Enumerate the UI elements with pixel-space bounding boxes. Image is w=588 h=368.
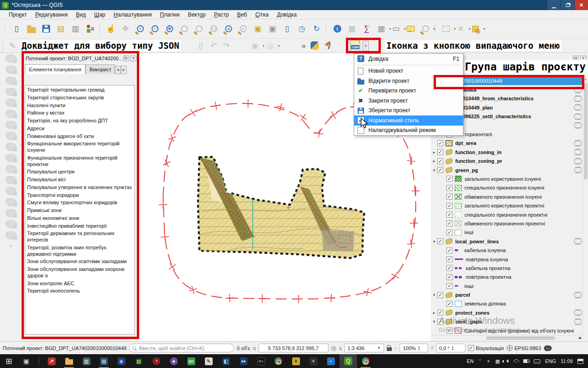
list-item[interactable]: Зони контролю АЕС	[26, 280, 134, 288]
system-monitor-icon[interactable]: ▤	[95, 354, 113, 368]
menu-item-Нормативний стиль[interactable]: Нормативний стиль	[354, 115, 463, 126]
run-feature-action-icon[interactable]: ▦	[345, 23, 358, 35]
open-project-icon[interactable]	[25, 23, 38, 35]
new-project-icon[interactable]: ▯	[10, 23, 23, 35]
zoom-out-icon[interactable]: −	[148, 23, 161, 35]
redo-icon[interactable]: ↷	[220, 40, 232, 52]
layers-horizontal-scrollbar[interactable]: ▶	[431, 335, 582, 340]
zoom-in-icon[interactable]: +	[134, 23, 147, 35]
new-print-layout-icon[interactable]: ▤	[54, 23, 67, 35]
magnifier-spinbox[interactable]: 100%▲▼	[400, 344, 428, 352]
deselect-features-icon[interactable]: ▾	[469, 23, 482, 35]
layer-row[interactable]: земельна ділянка	[431, 299, 582, 308]
digitize-shape-icon[interactable]: ◎▾	[265, 40, 277, 52]
bookmark-manager-icon[interactable]: ▯	[281, 23, 294, 35]
layer-row[interactable]: ▾green_pg	[431, 166, 582, 174]
expand-icon[interactable]: ▸	[431, 310, 437, 315]
select-features-icon[interactable]: ▾	[440, 23, 452, 35]
layer-row[interactable]: dpt_area	[431, 139, 582, 148]
chrome-icon[interactable]	[270, 354, 287, 368]
list-item[interactable]: Інвестиційно привабливі території	[26, 223, 134, 230]
paste-features-icon[interactable]: ▯	[195, 40, 207, 52]
irfanview-icon[interactable]: ↗	[43, 354, 60, 368]
memory-layer-indicator-icon[interactable]	[574, 239, 582, 244]
expand-icon[interactable]: ▸	[431, 150, 437, 155]
list-item[interactable]: Територія, на яку розроблено ДПТ	[26, 117, 134, 125]
list-item[interactable]: Адреси	[26, 125, 134, 133]
rotate-feature-icon[interactable]	[6, 77, 17, 85]
collapse-icon[interactable]: ▾	[431, 293, 437, 297]
style-manager-icon[interactable]: a	[84, 23, 96, 35]
layer-row[interactable]: повітряна існуюча	[431, 255, 582, 264]
statistics-icon[interactable]: ∑	[360, 23, 373, 35]
crs-status-button[interactable]: EPSG:9863	[507, 345, 541, 351]
wifi-icon[interactable]	[513, 359, 519, 363]
memory-layer-indicator-icon[interactable]	[574, 310, 582, 315]
list-item[interactable]: Території старостинських округів	[26, 94, 134, 102]
map-tips-icon[interactable]	[404, 23, 417, 35]
copy-move-feature-icon[interactable]	[6, 88, 17, 96]
fill-ring-icon[interactable]	[6, 132, 17, 140]
vertex-tool-icon[interactable]	[6, 231, 17, 239]
layer-checkbox[interactable]	[437, 310, 443, 316]
menu-Редагування[interactable]: Редагування	[31, 11, 72, 19]
layers-vertical-scrollbar[interactable]: ▲	[582, 76, 588, 335]
remote-desktop-icon[interactable]: ▥	[78, 354, 95, 368]
toggle-editing-icon[interactable]: ✎▾	[6, 40, 18, 52]
xad-icon[interactable]: X	[287, 354, 305, 368]
layer-row[interactable]: кабельна проектна	[431, 264, 582, 272]
symbology-checkbox[interactable]	[447, 274, 452, 280]
reshape-features-icon[interactable]	[6, 165, 17, 173]
touch-keyboard-icon[interactable]	[534, 359, 540, 363]
list-item[interactable]: Функціональне призначення територій прое…	[26, 155, 134, 169]
notepadpp-icon[interactable]: ✎	[200, 354, 217, 368]
map-app-icon[interactable]: ▨	[130, 354, 147, 368]
dock-float-icon[interactable]	[123, 56, 129, 61]
restore-button[interactable]	[560, 0, 574, 10]
save-project-icon[interactable]	[40, 23, 52, 35]
lizard-app-icon[interactable]: ✦	[305, 354, 322, 368]
menu-Вид[interactable]: Вид	[72, 11, 90, 19]
layer-checkbox[interactable]	[437, 158, 443, 164]
attribute-table-icon[interactable]: ▦▾	[375, 23, 388, 35]
cmd-icon[interactable]: C:\	[252, 354, 270, 368]
collapse-icon[interactable]: ▾	[431, 319, 437, 324]
layer-row[interactable]: загального користування проектні	[431, 201, 582, 210]
tray-clock[interactable]: 11:09	[560, 358, 573, 364]
pan-to-selection-icon[interactable]: ✥	[119, 23, 132, 35]
clock-app-icon[interactable]: ◔	[147, 354, 165, 368]
tab-scroll-left-icon[interactable]: ◀	[115, 66, 121, 74]
qc-app-icon[interactable]: QC	[182, 354, 200, 368]
door-app-icon[interactable]: ◧	[217, 354, 235, 368]
symbology-checkbox[interactable]	[447, 176, 452, 182]
layer-row[interactable]: ▸protect_zones	[431, 308, 582, 317]
menu-item-Новий проект[interactable]: Новий проект	[354, 66, 463, 76]
zoom-to-selection-icon[interactable]	[178, 23, 191, 35]
close-button[interactable]: ✕	[574, 0, 588, 10]
simplify-feature-icon[interactable]	[6, 99, 17, 107]
offset-curve-icon[interactable]	[6, 176, 17, 184]
list-item[interactable]: Приміські зони	[26, 207, 134, 215]
symbology-checkbox[interactable]	[447, 220, 452, 226]
layer-row[interactable]: ▾sanit_gaps	[431, 317, 582, 326]
json-type-widget-button[interactable]: ▾	[349, 40, 361, 52]
zoom-last-icon[interactable]: ◂	[222, 23, 235, 35]
menu-Шар[interactable]: Шар	[90, 11, 109, 19]
layer-checkbox[interactable]	[437, 238, 443, 244]
memory-layer-indicator-icon[interactable]	[574, 159, 582, 164]
chrome2-icon[interactable]	[357, 354, 374, 368]
delete-ring-icon[interactable]	[6, 143, 17, 151]
menu-Довідка[interactable]: Довідка	[273, 11, 301, 19]
pan-map-icon[interactable]: ☝	[104, 23, 117, 35]
layer-row[interactable]: ▸function_zoning_in	[431, 148, 582, 156]
start-button[interactable]: ⊞	[0, 354, 17, 368]
split-features-icon[interactable]	[6, 187, 17, 195]
tab-usage[interactable]: Використ	[85, 64, 115, 74]
memory-layer-indicator-icon[interactable]	[574, 167, 582, 172]
list-item[interactable]: Планувальні вісі	[26, 176, 134, 184]
add-ring-icon[interactable]	[6, 110, 17, 118]
explorer-icon[interactable]	[60, 354, 78, 368]
symbology-checkbox[interactable]	[447, 185, 452, 191]
collapse-icon[interactable]: ▾	[431, 168, 437, 172]
symbology-checkbox[interactable]	[447, 301, 452, 307]
